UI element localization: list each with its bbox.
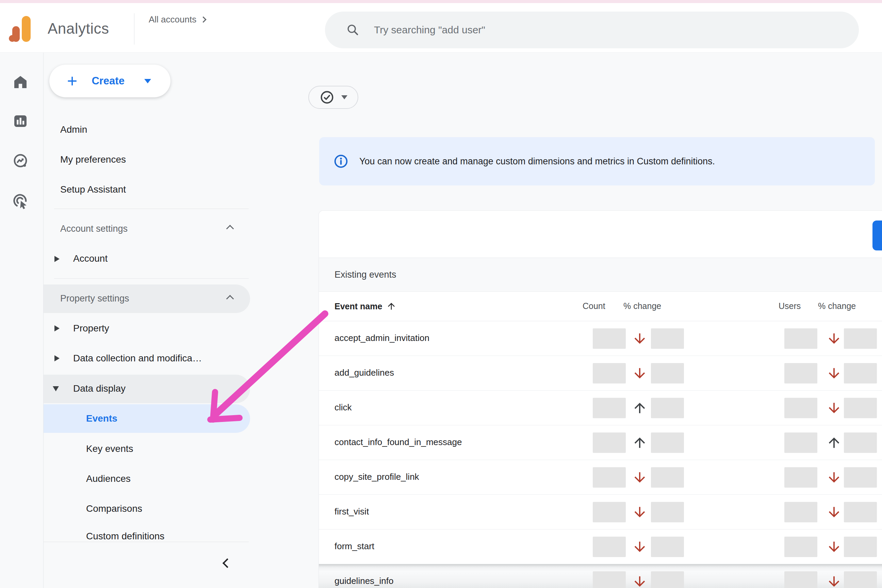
create-button[interactable]: + Create	[50, 64, 171, 98]
users-redacted-value	[784, 363, 818, 384]
table-row[interactable]: accept_admin_invitation	[319, 321, 882, 356]
users-pct-change-redacted	[844, 363, 877, 384]
trend-down-icon	[826, 470, 842, 485]
column-users[interactable]: Users	[778, 301, 801, 311]
logo-dot	[9, 35, 16, 42]
section-header-property-settings[interactable]: Property settings	[60, 293, 129, 304]
product-name: Analytics	[48, 20, 109, 37]
table-row[interactable]: click	[319, 391, 882, 425]
event-name-cell: add_guidelines	[334, 368, 394, 378]
sort-ascending-icon	[386, 301, 396, 311]
count-pct-change-redacted	[651, 502, 684, 522]
info-banner: You can now create and manage custom dim…	[319, 137, 875, 186]
existing-events-band: Existing events	[319, 258, 882, 292]
search-icon	[346, 23, 360, 37]
trend-down-icon	[632, 470, 648, 485]
users-redacted-value	[784, 467, 818, 488]
analytics-logo-icon	[9, 16, 33, 43]
explore-icon[interactable]	[12, 153, 28, 169]
users-redacted-value	[784, 398, 818, 418]
left-icon-rail: ⚙	[0, 53, 44, 588]
event-name-cell: click	[334, 402, 352, 413]
table-row[interactable]: form_start	[319, 530, 882, 564]
search-input[interactable]	[374, 24, 782, 36]
card-toolbar	[319, 211, 882, 258]
events-table-card: Existing events Event name Count % chang…	[318, 210, 882, 588]
sidebar-item-data-collection[interactable]: Data collection and modifica…	[73, 353, 202, 364]
count-pct-change-redacted	[651, 537, 684, 557]
collapse-sidebar-button[interactable]	[222, 559, 232, 569]
count-redacted-value	[593, 537, 626, 557]
column-count-pct-change[interactable]: % change	[623, 301, 661, 311]
column-event-name[interactable]: Event name	[334, 301, 396, 311]
chevron-down-icon	[341, 95, 347, 99]
expand-triangle-icon[interactable]	[54, 256, 60, 262]
app-header: Analytics All accounts	[0, 3, 882, 53]
count-pct-change-redacted	[651, 572, 684, 588]
sidebar-item-data-display[interactable]: Data display	[73, 383, 126, 394]
sidebar-item-account[interactable]: Account	[73, 253, 108, 264]
users-pct-change-redacted	[844, 502, 877, 522]
account-selector-label: All accounts	[149, 14, 196, 25]
chevron-right-icon	[200, 16, 206, 22]
sidebar-divider	[54, 278, 249, 279]
trend-up-icon	[632, 435, 648, 450]
count-pct-change-redacted	[651, 363, 684, 384]
table-row[interactable]: copy_site_profile_link	[319, 460, 882, 495]
count-redacted-value	[593, 467, 626, 488]
users-redacted-value	[784, 572, 818, 588]
users-redacted-value	[784, 328, 818, 349]
search-bar[interactable]	[325, 12, 859, 48]
event-name-cell: guidelines_info	[334, 576, 393, 586]
table-rows: accept_admin_invitationadd_guidelinescli…	[319, 321, 882, 588]
table-row[interactable]: first_visit	[319, 495, 882, 530]
logo-bar-tall	[22, 16, 31, 42]
users-pct-change-redacted	[844, 432, 877, 453]
events-selected-pill[interactable]	[44, 404, 250, 433]
users-pct-change-redacted	[844, 467, 877, 488]
event-name-cell: first_visit	[334, 506, 369, 517]
table-row[interactable]: guidelines_info	[319, 564, 882, 588]
users-pct-change-redacted	[844, 537, 877, 557]
trend-down-icon	[826, 539, 842, 555]
count-pct-change-redacted	[651, 398, 684, 418]
window-top-strip	[0, 0, 882, 3]
sidebar-item-my-preferences[interactable]: My preferences	[60, 154, 126, 165]
account-selector[interactable]: All accounts	[149, 13, 206, 26]
count-redacted-value	[593, 328, 626, 349]
sidebar-item-admin[interactable]: Admin	[60, 124, 87, 135]
create-event-button[interactable]	[873, 220, 882, 250]
trend-down-icon	[826, 400, 842, 416]
trend-down-icon	[826, 366, 842, 381]
check-circle-icon	[320, 90, 334, 105]
table-row[interactable]: add_guidelines	[319, 356, 882, 391]
chevron-up-icon[interactable]	[226, 225, 234, 233]
collapse-triangle-icon[interactable]	[53, 386, 59, 392]
create-button-label: Create	[92, 75, 124, 87]
section-header-account-settings[interactable]: Account settings	[60, 224, 128, 234]
expand-triangle-icon[interactable]	[54, 325, 60, 332]
users-pct-change-redacted	[844, 398, 877, 418]
column-users-pct-change[interactable]: % change	[818, 301, 856, 311]
status-filter-button[interactable]	[308, 86, 358, 109]
event-name-cell: form_start	[334, 541, 374, 552]
reports-icon[interactable]	[12, 113, 28, 129]
sidebar-item-key-events[interactable]: Key events	[86, 443, 134, 454]
sidebar-item-audiences[interactable]: Audiences	[86, 473, 130, 484]
count-redacted-value	[593, 432, 626, 453]
sidebar-item-custom-definitions-clipped[interactable]: Custom definitions	[44, 524, 250, 542]
event-name-cell: contact_info_found_in_message	[334, 437, 462, 447]
advertising-icon[interactable]	[12, 193, 28, 209]
table-row[interactable]: contact_info_found_in_message	[319, 425, 882, 460]
sidebar-item-property[interactable]: Property	[73, 323, 109, 334]
sidebar-divider	[54, 208, 249, 209]
column-count[interactable]: Count	[582, 301, 605, 311]
home-icon[interactable]	[12, 74, 28, 90]
users-pct-change-redacted	[844, 328, 877, 349]
sidebar-item-events[interactable]: Events	[86, 413, 117, 424]
sidebar-item-setup-assistant[interactable]: Setup Assistant	[60, 184, 126, 195]
expand-triangle-icon[interactable]	[54, 355, 60, 362]
sidebar-item-comparisons[interactable]: Comparisons	[86, 503, 142, 514]
table-column-header: Event name Count % change Users % change	[319, 292, 882, 321]
trend-down-icon	[632, 366, 648, 381]
